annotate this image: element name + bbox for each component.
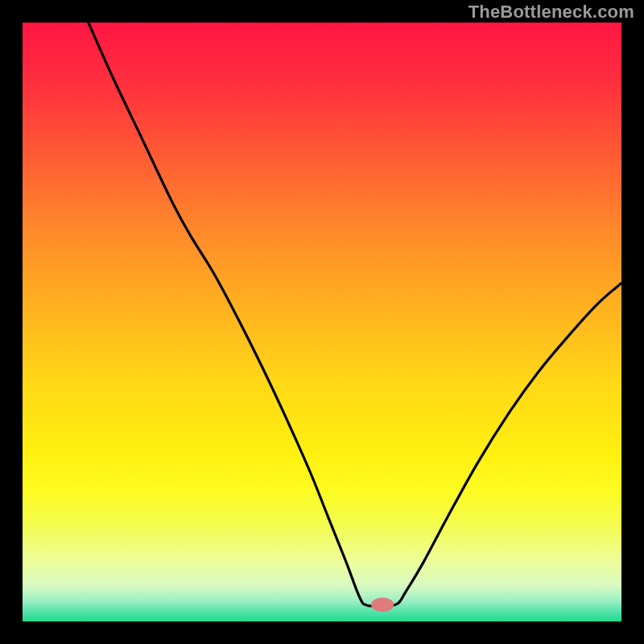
- bottleneck-chart: [0, 0, 644, 644]
- chart-frame: TheBottleneck.com: [0, 0, 644, 644]
- gradient-background: [23, 23, 621, 621]
- optimum-marker: [371, 597, 394, 612]
- watermark-text: TheBottleneck.com: [469, 2, 634, 23]
